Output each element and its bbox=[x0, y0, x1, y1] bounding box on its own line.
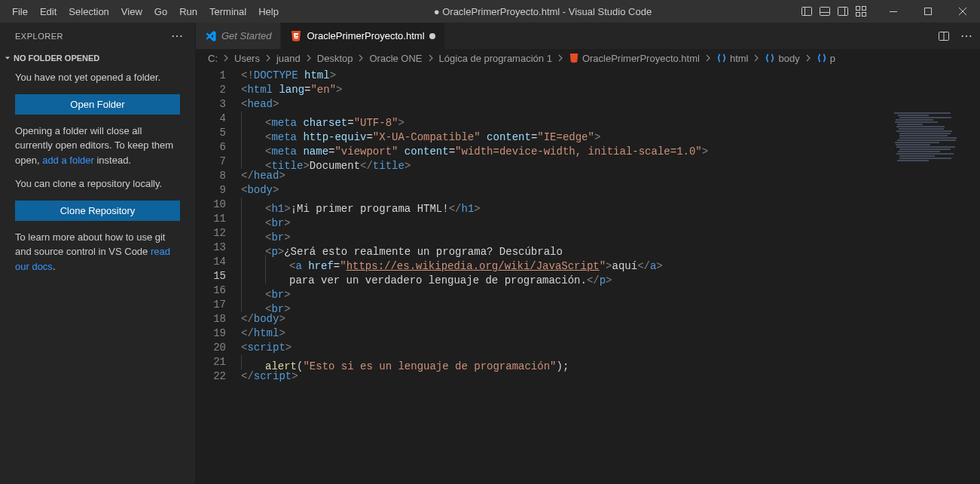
menu-go[interactable]: Go bbox=[148, 2, 173, 22]
clone-message: You can clone a repository locally. bbox=[15, 176, 180, 191]
chevron-right-icon bbox=[221, 53, 231, 63]
svg-rect-8 bbox=[856, 13, 860, 17]
explorer-title: EXPLORER bbox=[15, 32, 63, 41]
tabs-bar: Get StartedOraclePrimerProyecto.html ⋯ bbox=[196, 23, 980, 49]
breadcrumb-folder[interactable]: juand bbox=[276, 53, 301, 64]
explorer-header: EXPLORER ⋯ bbox=[0, 23, 195, 49]
more-actions-icon[interactable]: ⋯ bbox=[171, 29, 184, 43]
chevron-right-icon bbox=[751, 53, 762, 63]
layout-sidebar-left-icon[interactable] bbox=[801, 5, 813, 17]
menu-bar: FileEditSelectionViewGoRunTerminalHelp bbox=[0, 2, 285, 22]
chevron-right-icon bbox=[703, 53, 713, 63]
dirty-indicator-icon bbox=[429, 33, 435, 39]
window-controls bbox=[801, 0, 980, 23]
menu-edit[interactable]: Edit bbox=[34, 2, 63, 22]
layout-sidebar-right-icon[interactable] bbox=[837, 5, 849, 17]
svg-rect-7 bbox=[862, 7, 866, 11]
docs-message: To learn more about how to use git and s… bbox=[15, 230, 180, 274]
no-folder-message: You have not yet opened a folder. bbox=[15, 70, 180, 85]
window-title: ● OraclePrimerProyecto.html - Visual Stu… bbox=[285, 6, 801, 17]
tab-get-started[interactable]: Get Started bbox=[196, 23, 281, 49]
chevron-right-icon bbox=[555, 53, 566, 63]
breadcrumb-symbol[interactable]: html bbox=[716, 53, 749, 64]
breadcrumb-file[interactable]: OraclePrimerProyecto.html bbox=[569, 53, 700, 64]
menu-selection[interactable]: Selection bbox=[63, 2, 114, 22]
menu-view[interactable]: View bbox=[115, 2, 148, 22]
minimize-button[interactable] bbox=[876, 0, 911, 23]
breadcrumb-folder[interactable]: Lógica de programación 1 bbox=[439, 53, 552, 64]
breadcrumb-folder[interactable]: Users bbox=[234, 53, 260, 64]
close-button[interactable] bbox=[945, 0, 980, 23]
chevron-right-icon bbox=[356, 53, 366, 63]
breadcrumb-symbol[interactable]: body bbox=[765, 53, 799, 64]
svg-rect-0 bbox=[802, 8, 812, 16]
svg-rect-2 bbox=[820, 8, 830, 16]
code-editor[interactable]: 12345678910111213141516171819202122 <!DO… bbox=[196, 67, 980, 484]
breadcrumb-folder[interactable]: C: bbox=[208, 53, 218, 64]
section-title: NO FOLDER OPENED bbox=[14, 54, 99, 63]
layout-panel-icon[interactable] bbox=[819, 5, 831, 17]
minimap[interactable] bbox=[894, 112, 969, 158]
chevron-right-icon bbox=[803, 53, 814, 63]
chevron-right-icon bbox=[426, 53, 436, 63]
menu-help[interactable]: Help bbox=[252, 2, 285, 22]
explorer-sidebar: EXPLORER ⋯ NO FOLDER OPENED You have not… bbox=[0, 23, 196, 484]
title-bar: FileEditSelectionViewGoRunTerminalHelp ●… bbox=[0, 0, 980, 23]
editor-area: Get StartedOraclePrimerProyecto.html ⋯ C… bbox=[196, 23, 980, 484]
breadcrumbs[interactable]: C:UsersjuandDesktopOracle ONELógica de p… bbox=[196, 49, 980, 67]
maximize-button[interactable] bbox=[911, 0, 945, 23]
split-editor-icon[interactable] bbox=[938, 30, 950, 42]
open-folder-hint: Opening a folder will close all currentl… bbox=[15, 124, 180, 168]
svg-rect-6 bbox=[856, 7, 860, 11]
chevron-right-icon bbox=[304, 53, 314, 63]
menu-terminal[interactable]: Terminal bbox=[203, 2, 252, 22]
svg-rect-10 bbox=[890, 11, 897, 12]
open-folder-button[interactable]: Open Folder bbox=[15, 94, 180, 115]
line-number-gutter: 12345678910111213141516171819202122 bbox=[196, 67, 241, 484]
breadcrumb-folder[interactable]: Desktop bbox=[317, 53, 353, 64]
tab-oracleprimerproyecto-html[interactable]: OraclePrimerProyecto.html bbox=[281, 23, 444, 49]
vertical-scrollbar[interactable] bbox=[969, 112, 980, 484]
breadcrumb-symbol[interactable]: p bbox=[817, 53, 835, 64]
add-folder-link[interactable]: add a folder bbox=[42, 155, 94, 166]
chevron-right-icon bbox=[263, 53, 273, 63]
clone-repository-button[interactable]: Clone Repository bbox=[15, 201, 180, 221]
svg-rect-9 bbox=[862, 13, 866, 17]
menu-file[interactable]: File bbox=[6, 2, 34, 22]
no-folder-section-header[interactable]: NO FOLDER OPENED bbox=[0, 52, 195, 64]
code-content[interactable]: <!DOCTYPE html><html lang="en"><head><me… bbox=[241, 67, 980, 484]
svg-rect-4 bbox=[838, 8, 848, 16]
svg-rect-11 bbox=[925, 8, 932, 15]
breadcrumb-folder[interactable]: Oracle ONE bbox=[369, 53, 422, 64]
chevron-down-icon bbox=[2, 54, 14, 63]
menu-run[interactable]: Run bbox=[173, 2, 203, 22]
customize-layout-icon[interactable] bbox=[855, 5, 867, 17]
editor-more-icon[interactable]: ⋯ bbox=[960, 29, 972, 43]
